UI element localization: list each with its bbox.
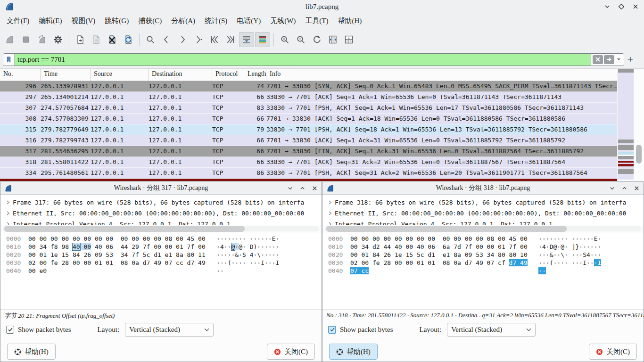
packet-detail-tree[interactable]: Frame 317: 66 bytes on wire (528 bits), … [0, 195, 322, 225]
restart-capture-icon[interactable] [34, 32, 50, 47]
capture-options-icon[interactable] [50, 32, 66, 47]
filter-apply-icon[interactable] [604, 55, 614, 64]
colorize-packets-icon[interactable] [255, 32, 270, 47]
minimize-icon[interactable] [603, 3, 611, 10]
menu-item-9[interactable]: 工具(T) [300, 15, 333, 27]
menu-item-8[interactable]: 无线(W) [265, 15, 300, 27]
column-header-destination[interactable]: Destination [149, 69, 212, 81]
resize-columns-icon[interactable] [325, 32, 340, 47]
hex-line[interactable]: 0010 00 34 d2 44 40 00 40 06 6a 7d 7f 00… [328, 243, 644, 251]
packet-bytes-pane[interactable]: 0000 00 00 00 00 00 00 00 00 00 00 00 00… [322, 233, 644, 309]
menu-item-1[interactable]: 编辑(E) [34, 15, 66, 27]
go-forward-icon[interactable] [175, 32, 190, 47]
filter-clear-icon[interactable] [593, 55, 603, 64]
scrollbar-handle[interactable] [636, 145, 642, 164]
tree-row[interactable]: Ethernet II, Src: 00:00:00_00:00:00 (00:… [325, 208, 644, 219]
packet-row-308[interactable]: 308274.577083309127.0.0.1127.0.0.1TCP667… [0, 114, 617, 124]
menu-item-0[interactable]: 文件(F) [2, 15, 34, 27]
expander-chevron-icon[interactable] [325, 222, 335, 225]
menu-item-10[interactable]: 帮助(H) [333, 15, 366, 27]
packet-bytes-pane[interactable]: 0000 00 00 00 00 00 00 00 00 00 00 00 00… [0, 233, 322, 309]
hex-line[interactable]: 0040 00 e0 ·· [6, 267, 322, 275]
packet-list-scrollbar[interactable] [634, 69, 644, 181]
close-icon[interactable] [633, 185, 640, 191]
minimize-icon[interactable] [609, 185, 615, 191]
packet-row-334[interactable]: 334295.761480561127.0.0.1127.0.0.1TCP863… [0, 168, 617, 179]
expander-chevron-icon[interactable] [3, 211, 13, 215]
hex-line[interactable]: 0030 02 00 fe 28 00 00 01 01 08 0a d7 49… [328, 259, 644, 267]
column-header-source[interactable]: Source [91, 69, 149, 81]
column-header-time[interactable]: Time [41, 69, 91, 81]
column-header-protocol[interactable]: Protocol [212, 69, 244, 81]
menu-item-2[interactable]: 视图(V) [67, 15, 100, 27]
column-header-no[interactable]: No. [0, 69, 41, 81]
display-filter-input[interactable]: tcp.port == 7701 [3, 53, 624, 66]
save-file-icon[interactable] [89, 32, 104, 47]
tree-row[interactable]: Internet Protocol Version 4, Src: 127.0.… [3, 219, 322, 225]
tree-row[interactable]: Frame 317: 66 bytes on wire (528 bits), … [3, 197, 322, 208]
zoom-out-icon[interactable] [293, 32, 308, 47]
hex-line[interactable]: 0020 00 01 1e 15 84 26 09 53 34 7f 5c d1… [6, 251, 322, 259]
horizontal-scrollbar[interactable] [325, 226, 641, 232]
hex-line[interactable]: 0030 02 00 fe 28 00 00 01 01 08 0a d7 49… [6, 259, 322, 267]
filter-add-button[interactable]: + [624, 53, 636, 66]
packet-list-minimap[interactable] [618, 69, 634, 180]
go-back-icon[interactable] [159, 32, 174, 47]
maximize-icon[interactable] [621, 185, 627, 191]
menu-item-5[interactable]: 分析(A) [166, 15, 200, 27]
menu-item-7[interactable]: 电话(Y) [232, 15, 265, 27]
packet-row-318[interactable]: 318281.558011422127.0.0.1127.0.0.1TCP663… [0, 157, 617, 168]
packet-row-315[interactable]: 315279.782779649127.0.0.1127.0.0.1TCP793… [0, 124, 617, 135]
zoom-reset-icon[interactable] [309, 32, 324, 47]
close-file-icon[interactable] [105, 32, 120, 47]
tree-row[interactable]: Internet Protocol Version 4, Src: 127.0.… [325, 219, 644, 225]
hex-line[interactable]: 0000 00 00 00 00 00 00 00 00 00 00 00 00… [6, 235, 322, 243]
close-button[interactable]: 关闭(C) [589, 344, 637, 360]
expander-chevron-icon[interactable] [325, 211, 335, 215]
start-capture-icon[interactable] [2, 32, 17, 47]
column-header-info[interactable]: Info [266, 69, 644, 81]
minimize-icon[interactable] [287, 185, 293, 191]
menu-item-6[interactable]: 统计(S) [200, 15, 232, 27]
packet-row-296[interactable]: 296265.133978931127.0.0.1127.0.0.1TCP747… [0, 81, 617, 92]
scrollbar-handle[interactable] [326, 226, 567, 232]
help-button[interactable]: 帮助(H) [7, 344, 56, 360]
packet-row-307[interactable]: 307274.577057684127.0.0.1127.0.0.1TCP833… [0, 103, 617, 114]
hex-line[interactable]: 0010 00 34 f8 98 40 00 40 06 44 29 7f 00… [6, 243, 322, 251]
menu-item-4[interactable]: 捕获(C) [133, 15, 166, 27]
hex-line[interactable]: 0000 00 00 00 00 00 00 00 00 00 00 00 00… [328, 235, 644, 243]
filter-bookmark-icon[interactable] [3, 54, 15, 66]
hex-line[interactable]: 0040 07 cc ·· [328, 267, 644, 275]
display-columns-icon[interactable]: 123 [341, 32, 356, 47]
partial-packet-row[interactable] [0, 179, 617, 181]
column-header-length[interactable]: Length [244, 69, 266, 81]
find-packet-icon[interactable] [143, 32, 158, 47]
go-first-icon[interactable] [207, 32, 222, 47]
packet-row-316[interactable]: 316279.782799743127.0.0.1127.0.0.1TCP667… [0, 135, 617, 146]
tree-row[interactable]: Ethernet II, Src: 00:00:00_00:00:00 (00:… [3, 208, 322, 219]
show-packet-bytes-checkbox[interactable] [328, 326, 336, 334]
open-file-icon[interactable] [73, 32, 88, 47]
go-to-packet-icon[interactable] [191, 32, 206, 47]
filter-text[interactable]: tcp.port == 7701 [15, 54, 591, 66]
layout-select[interactable]: Vertical (Stacked) [447, 323, 536, 337]
layout-select[interactable]: Vertical (Stacked) [125, 323, 214, 337]
reload-file-icon[interactable] [121, 32, 136, 47]
go-last-icon[interactable] [223, 32, 238, 47]
help-button[interactable]: 帮助(H) [329, 344, 378, 360]
show-packet-bytes-checkbox[interactable] [6, 326, 14, 334]
zoom-in-icon[interactable] [277, 32, 292, 47]
packet-detail-tree[interactable]: Frame 318: 66 bytes on wire (528 bits), … [322, 195, 644, 225]
filter-dropdown-icon[interactable] [615, 58, 622, 61]
tree-row[interactable]: Frame 318: 66 bytes on wire (528 bits), … [325, 197, 644, 208]
close-icon[interactable] [311, 185, 318, 191]
maximize-icon[interactable] [618, 3, 625, 10]
packet-row-297[interactable]: 297265.134001214127.0.0.1127.0.0.1TCP663… [0, 92, 617, 103]
expander-chevron-icon[interactable] [325, 200, 335, 205]
auto-scroll-icon[interactable] [239, 32, 254, 47]
menu-item-3[interactable]: 跳转(G) [100, 15, 133, 27]
expander-chevron-icon[interactable] [3, 222, 13, 225]
hex-line[interactable]: 0020 00 01 84 26 1e 15 5c d1 e1 8a 09 53… [328, 251, 644, 259]
horizontal-scrollbar[interactable] [3, 226, 319, 232]
close-icon[interactable] [632, 3, 639, 10]
